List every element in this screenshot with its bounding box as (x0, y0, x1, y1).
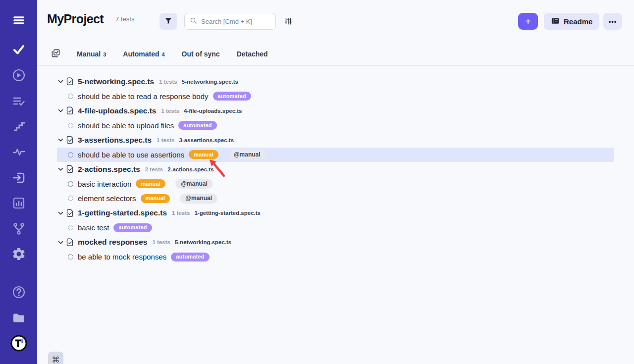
group-name[interactable]: mocked responses (78, 238, 147, 247)
test-tag[interactable]: @manual (175, 179, 213, 189)
tab[interactable]: Automated 4 (123, 50, 164, 58)
readme-label: Readme (564, 17, 592, 26)
test-row[interactable]: element selectors manual @manual (57, 191, 614, 206)
add-button[interactable]: + (518, 13, 538, 30)
help-icon (11, 284, 27, 302)
spec-group-row[interactable]: mocked responses 1 tests 5-networking.sp… (57, 235, 614, 250)
sidebar-item-settings[interactable] (0, 247, 37, 263)
sidebar-item-files[interactable] (0, 310, 37, 328)
view-options-button[interactable] (284, 17, 293, 27)
chevron-down-icon[interactable] (57, 239, 64, 246)
tab-label: Manual (77, 50, 101, 58)
filter-button[interactable] (159, 13, 177, 30)
spec-group-row[interactable]: 2-actions.spec.ts 2 tests 2-actions.spec… (57, 162, 614, 177)
chevron-down-icon[interactable] (57, 78, 64, 85)
spec-file-icon (66, 165, 74, 173)
group-name[interactable]: 4-file-uploads.spec.ts (78, 106, 156, 115)
bar-chart-icon (11, 195, 27, 213)
group-name[interactable]: 5-networking.spec.ts (78, 77, 154, 86)
sidebar (0, 0, 37, 364)
test-tree: 5-networking.spec.ts 1 tests 5-networkin… (37, 66, 634, 264)
group-file: 2-actions.spec.ts (167, 166, 213, 172)
menu-button[interactable] (0, 12, 37, 30)
group-name[interactable]: 2-actions.spec.ts (78, 165, 140, 174)
cmd-key-button[interactable]: ⌘ (48, 352, 63, 364)
sidebar-item-branches[interactable] (0, 221, 37, 239)
group-name[interactable]: 3-assertions.spec.ts (78, 136, 152, 145)
tab[interactable]: Detached (237, 50, 268, 58)
funnel-icon (164, 17, 172, 26)
spec-group-row[interactable]: 5-networking.spec.ts 1 tests 5-networkin… (57, 74, 614, 89)
test-title[interactable]: element selectors (78, 194, 136, 203)
test-title[interactable]: should be able to read a response body (78, 92, 209, 101)
sidebar-item-help[interactable] (0, 284, 37, 302)
test-badge: automated (171, 253, 209, 261)
group-file: 3-assertions.spec.ts (179, 137, 234, 143)
chevron-down-icon[interactable] (57, 209, 64, 217)
test-row[interactable]: basic interaction manual @manual (57, 177, 614, 192)
app-logo[interactable] (0, 334, 37, 354)
sign-in-icon (11, 170, 27, 188)
page-title: MyProject (47, 12, 104, 26)
test-badge: manual (141, 194, 170, 203)
tab-count: 3 (103, 52, 106, 57)
group-file: 5-networking.spec.ts (182, 79, 238, 85)
tabs-row: Manual 3 Automated 4 Out of sync Detache… (37, 43, 634, 66)
sliders-icon (284, 20, 293, 27)
spec-file-icon (66, 106, 74, 115)
header: MyProject 7 tests + Readme ••• (37, 0, 634, 43)
test-title[interactable]: be able to mock responses (78, 253, 166, 261)
sidebar-item-tests[interactable] (0, 42, 37, 59)
test-badge: manual (136, 179, 165, 188)
multi-select-button[interactable] (51, 49, 60, 59)
sidebar-item-import[interactable] (0, 170, 37, 188)
branch-icon (11, 221, 27, 239)
test-row[interactable]: be able to mock responses automated (57, 250, 614, 264)
test-title[interactable]: should be able to upload files (78, 121, 174, 130)
search-box[interactable] (184, 13, 276, 30)
test-title[interactable]: basic interaction (78, 180, 131, 188)
chevron-down-icon[interactable] (57, 107, 64, 114)
group-count: 1 tests (157, 137, 174, 143)
spec-group-row[interactable]: 4-file-uploads.spec.ts 1 tests 4-file-up… (57, 104, 614, 118)
test-row[interactable]: should be able to use assertions manual … (57, 148, 614, 162)
tests-count: 7 tests (115, 15, 134, 23)
pulse-icon (11, 144, 27, 162)
test-title[interactable]: should be able to use assertions (78, 151, 184, 159)
test-row[interactable]: should be able to read a response body a… (57, 89, 614, 104)
spec-group-row[interactable]: 1-getting-started.spec.ts 1 tests 1-gett… (57, 206, 614, 221)
spec-file-icon (66, 209, 74, 217)
sidebar-item-reports[interactable] (0, 195, 37, 213)
tab[interactable]: Out of sync (182, 50, 220, 58)
spec-file-icon (66, 136, 74, 144)
tab[interactable]: Manual 3 (77, 50, 106, 58)
logo-icon (10, 334, 28, 354)
test-row[interactable]: basic test automated (57, 220, 614, 235)
test-tag[interactable]: @manual (228, 150, 266, 159)
sidebar-item-activity[interactable] (0, 144, 37, 162)
test-badge: automated (213, 92, 251, 101)
test-badge: automated (178, 121, 216, 130)
test-row[interactable]: should be able to upload files automated (57, 118, 614, 133)
more-button[interactable]: ••• (603, 13, 622, 30)
test-title[interactable]: basic test (78, 223, 109, 232)
readme-button[interactable]: Readme (544, 13, 599, 30)
test-status-circle-icon (68, 225, 73, 230)
group-count: 1 tests (161, 108, 179, 114)
spec-group-row[interactable]: 3-assertions.spec.ts 1 tests 3-assertion… (57, 133, 614, 148)
sidebar-item-runs[interactable] (0, 67, 37, 85)
chevron-down-icon[interactable] (57, 136, 64, 144)
check-icon (11, 42, 27, 59)
sidebar-item-results[interactable] (0, 93, 37, 111)
test-tag[interactable]: @manual (180, 194, 217, 204)
sidebar-item-steps[interactable] (0, 118, 37, 136)
search-icon (190, 17, 197, 26)
test-status-circle-icon (68, 94, 73, 99)
group-count: 1 tests (172, 210, 190, 216)
group-name[interactable]: 1-getting-started.spec.ts (78, 208, 167, 217)
group-file: 1-getting-started.spec.ts (194, 210, 261, 216)
group-count: 2 tests (145, 166, 163, 172)
search-input[interactable] (201, 18, 270, 25)
chevron-down-icon[interactable] (57, 165, 64, 173)
list-check-icon (11, 93, 27, 111)
